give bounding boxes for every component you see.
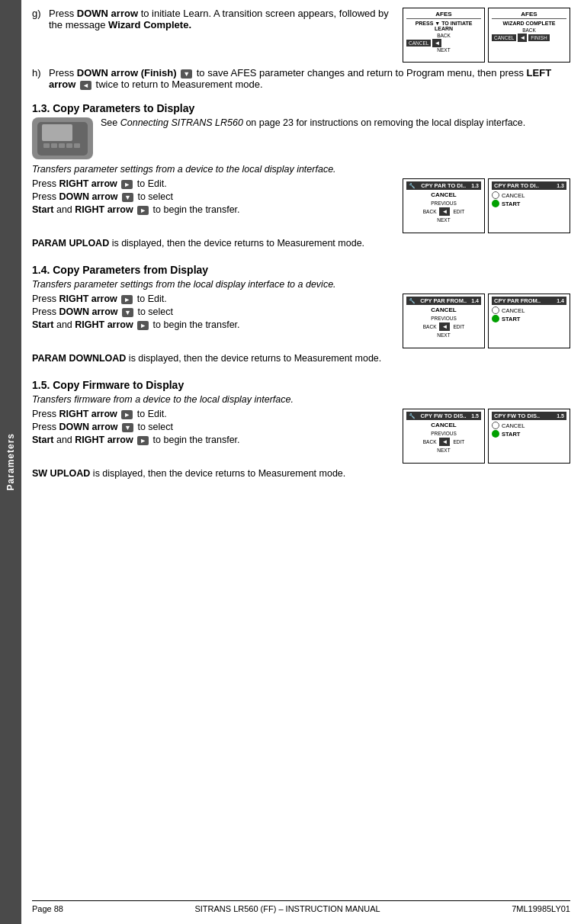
afes-left-main: PRESS ▼ TO INITIATELEARN: [406, 21, 481, 31]
screen-15-1-next: NEXT: [406, 448, 481, 453]
section-14-heading: 1.4. Copy Parameters from Display: [32, 264, 570, 276]
afes-screen-right: AFES WIZARD COMPLETE BACK CANCEL ◄ FINIS…: [488, 8, 570, 63]
footer-title: SITRANS LR560 (FF) – INSTRUCTION MANUAL: [194, 904, 380, 913]
section-13-heading: 1.3. Copy Parameters to Display: [32, 102, 570, 114]
right-arrow-icon-13-3: ►: [137, 206, 149, 215]
afes-back-left: BACK: [406, 33, 481, 38]
left-arrow-nav-15-1: ◄: [439, 438, 450, 446]
copy-screens-15: 🔧 CPY FW TO DIS.. 1.5 CANCEL PREVIOUS BA…: [403, 409, 570, 464]
param-upload-text: is displayed, then the device returns to…: [109, 238, 364, 249]
screen-14-1-previous: PREVIOUS: [406, 316, 481, 321]
screen-15-2-cancel-row: CANCEL: [492, 422, 566, 429]
h-text2: to save AFES parameter changes and retur…: [197, 67, 527, 79]
right-arrow-icon-13-1: ►: [121, 180, 133, 189]
g-text: g) Press DOWN arrow to initiate Learn. A…: [32, 8, 396, 34]
right-arrow-icon-15-3: ►: [137, 436, 149, 445]
item-h-body: Press DOWN arrow (Finish) ▼ to save AFES…: [49, 67, 570, 90]
param-upload-notice-13: PARAM UPLOAD is displayed, then the devi…: [32, 238, 570, 249]
afes-screen-left: AFES PRESS ▼ TO INITIATELEARN BACK CANCE…: [403, 8, 485, 63]
cancel-btn-left: CANCEL: [406, 40, 431, 47]
screen-13-1-nav-row: BACK ◄ EDIT: [406, 207, 481, 216]
instruction-15-3: Start and RIGHT arrow ► to begin the tra…: [32, 435, 395, 445]
item-h-row: h) Press DOWN arrow (Finish) ▼ to save A…: [32, 67, 570, 90]
footer-code: 7ML19985LY01: [512, 904, 570, 913]
left-arrow-nav-13-1: ◄: [439, 207, 450, 216]
h-text1: Press: [49, 67, 77, 79]
h-bold1: DOWN arrow (Finish): [77, 67, 177, 79]
right-arrow-icon-14-1: ►: [121, 295, 133, 304]
device-image-13: [32, 117, 93, 159]
start-icon-14-2: [492, 315, 499, 322]
screen-13-1-previous: PREVIOUS: [406, 201, 481, 206]
screen-14-1-icon: 🔧: [409, 298, 416, 304]
svg-rect-5: [66, 143, 72, 148]
param-download-text: is displayed, then the device returns to…: [126, 353, 381, 364]
copy-section-14: Press RIGHT arrow ► to Edit. Press DOWN …: [32, 294, 570, 348]
instruction-14-3: Start and RIGHT arrow ► to begin the tra…: [32, 319, 395, 330]
cancel-btn-right: CANCEL: [492, 34, 516, 41]
spacer: [32, 488, 570, 900]
section-14: 1.4. Copy Parameters from Display Transf…: [32, 258, 570, 368]
screen-13-1-cancel: CANCEL: [406, 191, 481, 198]
screen-14-2-start-row: START: [492, 315, 566, 322]
screen-15-2-titlebar: CPY FW TO DIS.. 1.5: [492, 412, 566, 420]
screen-15-1-icon: 🔧: [409, 413, 416, 419]
param-download-notice-14: PARAM DOWNLOAD is displayed, then the de…: [32, 353, 570, 364]
left-arrow-nav-14-1: ◄: [439, 322, 450, 331]
next-label-left: NEXT: [406, 47, 481, 53]
svg-rect-4: [59, 143, 65, 148]
screen-15-1-previous: PREVIOUS: [406, 431, 481, 436]
afes-left-nav: CANCEL ◄: [406, 39, 481, 47]
cancel-icon-13-2: [492, 191, 499, 199]
instruction-13-1: Press RIGHT arrow ► to Edit.: [32, 178, 395, 189]
sw-upload-text: is displayed, then the device returns to…: [90, 468, 345, 479]
down-arrow-icon-13-2: ▼: [122, 193, 133, 202]
cancel-icon-15-2: [492, 422, 499, 429]
finish-btn-right: FINISH: [528, 34, 549, 41]
section-15: 1.5. Copy Firmware to Display Transfers …: [32, 373, 570, 483]
edit-label-13-1: EDIT: [453, 209, 464, 214]
screen-15-1-cancel: CANCEL: [406, 422, 481, 428]
back-label-14-1: BACK: [423, 324, 437, 329]
afes-right-nav: CANCEL ◄ FINISH: [492, 34, 566, 42]
afes-right-main: WIZARD COMPLETE: [492, 21, 566, 26]
left-arrow-icon: ◄: [432, 39, 441, 47]
footer: Page 88 SITRANS LR560 (FF) – INSTRUCTION…: [32, 900, 570, 916]
screen-14-1-cancel: CANCEL: [406, 306, 481, 313]
screen-15-1: 🔧 CPY FW TO DIS.. 1.5 CANCEL PREVIOUS BA…: [403, 409, 485, 464]
instruction-13-3: Start and RIGHT arrow ► to begin the tra…: [32, 204, 395, 215]
sidebar-label: Parameters: [5, 433, 16, 490]
left-arrow-icon-h: ◄: [80, 81, 91, 90]
section-15-italic: Transfers firmware from a device to the …: [32, 394, 570, 405]
screen-15-1-titlebar: 🔧 CPY FW TO DIS.. 1.5: [406, 412, 481, 420]
afes-right-title: AFES: [492, 11, 566, 19]
screen-13-1-icon: 🔧: [409, 183, 416, 189]
right-arrow-icon-15-1: ►: [121, 410, 133, 419]
svg-rect-2: [43, 143, 50, 148]
instruction-15-1: Press RIGHT arrow ► to Edit.: [32, 409, 395, 419]
item-g-letter: g): [32, 8, 49, 19]
afes-left-title: AFES: [406, 11, 481, 19]
down-arrow-icon-h: ▼: [181, 69, 192, 79]
copy-instructions-13: Press RIGHT arrow ► to Edit. Press DOWN …: [32, 178, 395, 217]
start-icon-13-2: [492, 200, 499, 207]
section-13-italic: Transfers parameter settings from a devi…: [32, 164, 570, 175]
start-icon-15-2: [492, 430, 499, 438]
screen-13-2: CPY PAR TO DI.. 1.3 CANCEL START: [488, 178, 570, 233]
h-text3: twice to return to Measurement mode.: [96, 79, 263, 90]
sw-upload-notice-15: SW UPLOAD is displayed, then the device …: [32, 468, 570, 479]
screen-14-1: 🔧 CPY PAR FROM.. 1.4 CANCEL PREVIOUS BAC…: [403, 294, 485, 348]
screen-15-2-start-row: START: [492, 430, 566, 438]
device-svg-13: [36, 120, 89, 157]
screen-13-2-start-row: START: [492, 200, 566, 207]
screen-14-1-next: NEXT: [406, 332, 481, 338]
g-screens: AFES PRESS ▼ TO INITIATELEARN BACK CANCE…: [403, 8, 570, 63]
screen-14-1-nav-row: BACK ◄ EDIT: [406, 322, 481, 331]
svg-rect-3: [51, 143, 57, 148]
sidebar: Parameters: [0, 0, 21, 924]
section-15-heading: 1.5. Copy Firmware to Display: [32, 379, 570, 391]
instruction-15-2: Press DOWN arrow ▼ to select: [32, 422, 395, 432]
right-arrow-icon-14-3: ►: [137, 321, 149, 330]
section-14-italic: Transfers parameter settings from the lo…: [32, 279, 570, 290]
instruction-14-1: Press RIGHT arrow ► to Edit.: [32, 294, 395, 304]
